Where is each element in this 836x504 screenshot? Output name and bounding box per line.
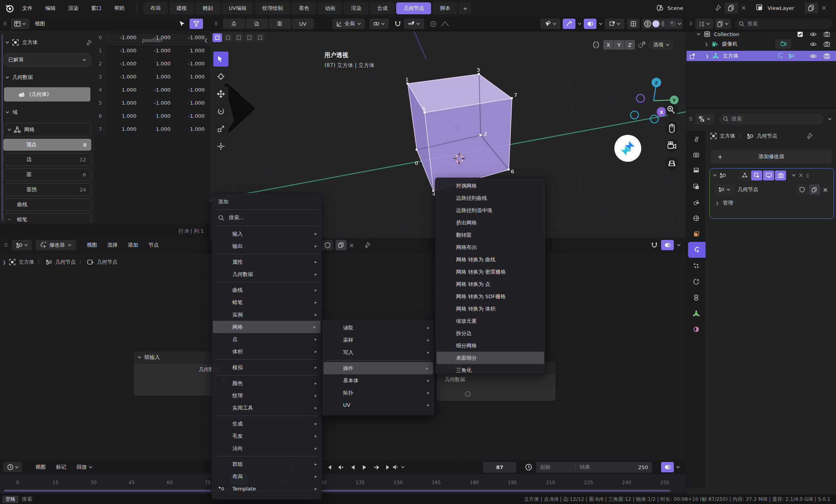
editor-type-button[interactable] xyxy=(695,19,713,29)
properties-search[interactable]: 搜索 xyxy=(719,114,823,125)
add-menu-item-毛发[interactable]: 毛发▸ xyxy=(212,430,322,442)
tab-physics[interactable] xyxy=(686,274,706,289)
breadcrumb-modifier[interactable]: 几何节点 xyxy=(55,259,76,266)
new-view-layer-button[interactable] xyxy=(805,2,818,13)
select-op-button-0[interactable] xyxy=(213,33,222,42)
on-cage-toggle[interactable] xyxy=(739,171,750,180)
next-keyframe-button[interactable] xyxy=(371,462,382,472)
camera-row[interactable]: ❯ 摄像机 xyxy=(705,40,836,48)
domain-row-2[interactable]: 面6 xyxy=(3,168,91,181)
tab-world[interactable] xyxy=(686,210,706,226)
domain-section-header[interactable]: 域 xyxy=(6,106,92,118)
sync-audio-icon[interactable] xyxy=(392,464,399,470)
node-editor-menu-0[interactable]: 视图 xyxy=(82,241,102,249)
manage-subpanel[interactable]: ❯ 管理 xyxy=(710,197,834,209)
cube-row-selected[interactable]: ❯ 立方体 xyxy=(686,51,836,61)
tool-transform[interactable] xyxy=(213,139,228,154)
ops-menu-item-网格布尔[interactable]: 网格布尔 xyxy=(435,241,545,253)
spreadsheet-object-row[interactable]: 立方体 xyxy=(6,36,92,49)
menu-search[interactable]: 搜索... xyxy=(212,211,322,224)
shading-solid-button[interactable] xyxy=(644,20,652,28)
ops-menu-item-网格 转换为 点[interactable]: 网格 转换为 点 xyxy=(435,278,545,290)
add-menu-item-颜色[interactable]: 颜色▸ xyxy=(212,377,322,389)
tab-constraints[interactable] xyxy=(686,289,706,305)
disable-render-icon[interactable] xyxy=(824,41,830,47)
editor-type-button[interactable] xyxy=(11,19,29,29)
overlays-toggle[interactable] xyxy=(661,462,674,472)
add-workspace-button[interactable]: + xyxy=(459,2,471,14)
view-layer-icon[interactable] xyxy=(755,4,764,12)
shading-material-button[interactable] xyxy=(652,20,660,27)
hide-viewport-icon[interactable] xyxy=(810,42,817,47)
prev-keyframe-button[interactable] xyxy=(336,462,346,472)
tab-object-data[interactable] xyxy=(686,305,706,321)
topbar-menu-0[interactable]: 文件 xyxy=(16,5,39,12)
select-mode-tab-3[interactable]: UV xyxy=(292,19,314,29)
editor-type-button[interactable] xyxy=(695,114,714,125)
blank-socket[interactable] xyxy=(465,391,470,397)
nodetree-badge-icon[interactable] xyxy=(788,53,794,59)
extras-grip-icon[interactable]: ⣿ xyxy=(806,173,809,178)
domain-row-1[interactable]: 边12 xyxy=(3,153,91,166)
ops-menu-item-网格 转换为 密度栅格[interactable]: 网格 转换为 密度栅格 xyxy=(435,266,545,278)
snap-settings-button[interactable] xyxy=(404,19,424,29)
mirror-axis-x[interactable]: X xyxy=(603,40,614,50)
modifier-panel[interactable]: × ⣿ 几何节点 × ❯ 管理 xyxy=(709,168,834,219)
play-button[interactable] xyxy=(359,462,370,472)
tool-rotate[interactable] xyxy=(213,104,228,119)
timeline-menu-0[interactable]: 视图 xyxy=(30,464,51,471)
sidebar-toggle-icon[interactable]: ❯ xyxy=(2,260,6,265)
add-menu-item-法向[interactable]: 法向▸ xyxy=(212,442,322,454)
mirror-axis-z[interactable]: Z xyxy=(625,40,635,50)
edit-mode-toggle[interactable] xyxy=(751,171,762,180)
mesh-menu-item-采样[interactable]: 采样▸ xyxy=(322,334,434,346)
falloff-curve-icon[interactable] xyxy=(441,21,449,27)
drag-grip-icon[interactable]: ⠿ xyxy=(689,21,694,27)
realtime-toggle[interactable] xyxy=(763,171,774,180)
breadcrumb-nodetree[interactable]: 几何节点 xyxy=(97,259,117,266)
tab-modifiers[interactable] xyxy=(688,242,706,258)
pin-icon[interactable] xyxy=(85,39,92,46)
workspace-tab-8[interactable]: 合成 xyxy=(370,2,395,14)
drag-grip-icon[interactable]: ⠿ xyxy=(4,242,9,248)
use-preview-range-icon[interactable] xyxy=(525,464,532,471)
collection-row[interactable]: Collection xyxy=(697,31,836,37)
drag-grip-icon[interactable]: ⠿ xyxy=(3,21,8,27)
add-menu-item-布局[interactable]: 布局▸ xyxy=(212,470,322,483)
add-menu-item-蜡笔[interactable]: 蜡笔▸ xyxy=(212,296,322,309)
mesh-menu-item-操作[interactable]: 操作▸ xyxy=(324,362,433,374)
shield-fake-user-icon[interactable] xyxy=(797,184,808,195)
disable-render-icon[interactable] xyxy=(824,53,830,59)
workspace-tab-2[interactable]: 雕刻 xyxy=(196,2,220,14)
transform-orientation-select[interactable]: 全局 xyxy=(332,19,365,29)
tool-scale[interactable] xyxy=(213,121,228,136)
select-mode-tab-1[interactable]: 边 xyxy=(246,19,268,29)
topbar-menu-1[interactable]: 编辑 xyxy=(39,5,62,12)
add-menu-item-群组[interactable]: 群组▸ xyxy=(212,458,322,470)
frame-start-field[interactable]: 起始1 xyxy=(536,462,582,473)
add-menu-item-网格[interactable]: 网格▸ xyxy=(213,321,320,333)
drag-grip-icon[interactable]: ⠿ xyxy=(214,21,219,27)
cursor-filter-icon[interactable] xyxy=(178,21,186,27)
breadcrumb-modifier[interactable]: 几何节点 xyxy=(757,132,777,140)
workspace-tab-7[interactable]: 渲染 xyxy=(344,2,368,14)
mirror-axis-y[interactable]: Y xyxy=(614,40,624,50)
editor-type-button[interactable] xyxy=(3,462,22,472)
frame-end-field[interactable]: 结束250 xyxy=(576,462,652,473)
ops-menu-item-缩放元素[interactable]: 缩放元素 xyxy=(435,315,545,327)
delete-modifier-icon[interactable]: × xyxy=(798,172,803,179)
tool-select-box[interactable] xyxy=(213,52,228,67)
add-menu-item-点[interactable]: 点▸ xyxy=(212,333,322,345)
new-scene-button[interactable] xyxy=(725,2,738,13)
tab-particles[interactable] xyxy=(686,258,706,274)
topbar-menu-2[interactable]: 渲染 xyxy=(62,5,85,12)
ops-menu-item-网格 转换为 体积[interactable]: 网格 转换为 体积 xyxy=(435,303,545,315)
topbar-menu-3[interactable]: 窗口 xyxy=(85,5,108,12)
modifier-wrench-icon[interactable] xyxy=(778,53,784,59)
add-menu-item-曲线[interactable]: 曲线▸ xyxy=(212,284,322,296)
filter-toggle-icon[interactable] xyxy=(190,19,203,29)
pin-icon[interactable] xyxy=(806,132,813,140)
shield-fake-user-icon[interactable] xyxy=(322,240,333,250)
pin-icon[interactable] xyxy=(714,4,721,11)
overlays-toggle[interactable] xyxy=(584,19,596,29)
